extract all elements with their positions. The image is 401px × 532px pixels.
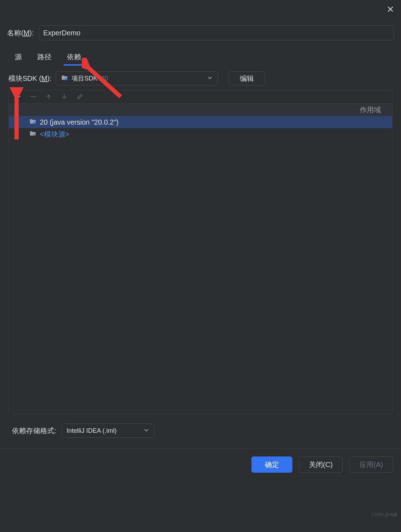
storage-value: IntelliJ IDEA (.iml) [67, 427, 117, 435]
move-down-button[interactable] [60, 93, 68, 101]
svg-point-1 [33, 121, 36, 124]
sdk-version: 20 [101, 75, 108, 82]
storage-format-combo[interactable]: IntelliJ IDEA (.iml) [61, 424, 154, 438]
module-sdk-label: 模块SDK (M): [8, 74, 51, 83]
tab-paths[interactable]: 路径 [36, 50, 53, 65]
edit-sdk-button[interactable]: 编辑 [229, 71, 265, 85]
edit-button-icon[interactable] [76, 93, 84, 101]
ok-button[interactable]: 确定 [251, 456, 292, 473]
table-header: 作用域 [9, 103, 392, 116]
apply-button[interactable]: 应用(A) [349, 456, 393, 473]
tabs: 源 路径 依赖 [7, 50, 394, 66]
remove-button[interactable] [29, 93, 37, 101]
chevron-down-icon [144, 427, 149, 435]
tab-dependencies[interactable]: 依赖 [66, 50, 83, 65]
watermark: CSDN @鸿蒙 [371, 512, 397, 518]
close-icon [387, 6, 394, 12]
dependencies-panel: 作用域 20 (java version "20.0.2") <模块 [8, 90, 393, 414]
close-button[interactable] [385, 4, 395, 14]
storage-format-label: 依赖存储格式: [12, 426, 56, 436]
sdk-text: 项目SDK [72, 74, 97, 83]
tab-sources[interactable]: 源 [13, 50, 23, 65]
folder-icon [61, 74, 68, 83]
row-text: 20 (java version "20.0.2") [40, 118, 119, 126]
name-input[interactable] [39, 25, 394, 40]
close-footer-button[interactable]: 关闭(C) [299, 456, 343, 473]
move-up-button[interactable] [45, 93, 53, 101]
folder-icon [29, 130, 36, 139]
dependencies-list[interactable]: 20 (java version "20.0.2") <模块源> [9, 116, 392, 414]
table-row[interactable]: <模块源> [9, 128, 392, 140]
module-sdk-combo[interactable]: 项目SDK 20 [56, 71, 218, 85]
table-row[interactable]: 20 (java version "20.0.2") [9, 116, 392, 128]
scope-header: 作用域 [360, 105, 392, 115]
chevron-down-icon [207, 75, 213, 82]
svg-point-2 [33, 134, 35, 136]
svg-point-0 [65, 78, 67, 80]
row-text: <模块源> [40, 130, 69, 139]
add-button[interactable] [14, 93, 22, 101]
folder-icon [29, 118, 36, 127]
name-label: 名称(M): [7, 28, 34, 38]
